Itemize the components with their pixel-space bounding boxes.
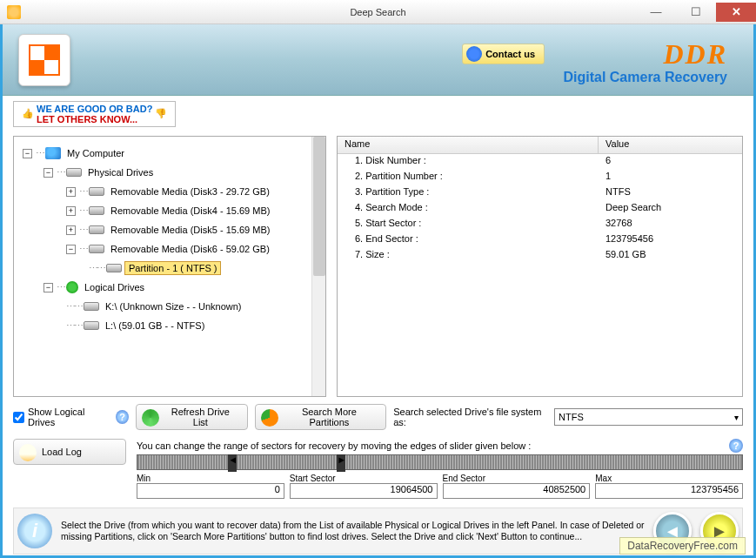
brand-text: DDR [663,38,727,71]
expand-icon[interactable]: + [66,206,76,216]
show-logical-checkbox[interactable]: Show Logical Drives [13,407,109,427]
collapse-icon[interactable]: − [43,283,53,292]
load-log-button[interactable]: Load Log [13,439,126,465]
title-bar: Deep Search — ☐ ✕ [0,0,756,24]
tree-logical-drives[interactable]: − ⋯ Logical Drives [17,278,322,297]
detail-name: 3. Partition Type : [338,185,599,201]
collapse-icon[interactable]: − [23,149,32,158]
details-header-name: Name [338,137,599,153]
detail-row: 1. Disk Number :6 [338,154,742,170]
minimize-button[interactable]: — [636,3,676,22]
drive-icon [89,187,104,196]
max-sector-field[interactable]: 123795456 [595,483,743,499]
detail-row: 2. Partition Number :1 [338,170,742,185]
contact-us-button[interactable]: Contact us [462,44,545,64]
detail-row: 6. End Sector :123795456 [338,232,742,248]
pie-chart-icon [261,409,278,427]
computer-icon [45,147,61,159]
drive-icon [89,206,104,215]
detail-value: Deep Search [599,201,742,217]
app-logo [18,34,70,86]
detail-row: 4. Search Mode :Deep Search [338,201,742,217]
details-header-value: Value [599,137,742,153]
thumbs-up-icon: 👍 [22,108,34,120]
help-icon[interactable]: ? [116,410,129,424]
tree-root[interactable]: − ⋯ My Computer [17,144,322,163]
watermark: DataRecoveryFree.com [619,537,746,555]
file-system-select[interactable]: NTFS [554,408,743,426]
drive-tree-panel: − ⋯ My Computer − ⋯ Physical Drives + ⋯ … [13,136,326,397]
expand-icon[interactable]: + [66,187,76,197]
start-sector-field[interactable]: 19064500 [290,483,438,499]
info-icon: i [17,514,52,548]
tree-scrollbar[interactable] [311,137,325,396]
brand-subtitle: Digital Camera Recovery [563,70,727,85]
expand-icon[interactable]: + [66,225,76,235]
detail-row: 3. Partition Type :NTFS [338,185,742,201]
detail-name: 7. Size : [338,248,599,264]
collapse-icon[interactable]: − [66,245,76,254]
detail-row: 7. Size :59.01 GB [338,248,742,264]
drive-icon [84,302,99,311]
partition-icon [106,264,122,272]
drive-icon [89,245,104,253]
sector-range-slider[interactable]: ◄ ► [137,454,743,470]
file-system-label: Search selected Drive's file system as: [393,407,547,427]
detail-value: 59.01 GB [599,248,742,264]
slider-hint: You can change the range of sectors for … [137,440,531,451]
details-panel: Name Value 1. Disk Number :62. Partition… [337,136,743,397]
detail-value: 6 [599,154,742,170]
detail-value: 123795456 [599,232,742,248]
min-sector-field[interactable]: 0 [137,483,284,499]
thumbs-down-icon: 👎 [155,108,167,120]
tree-logical-item[interactable]: ⋯⋯ L:\ (59.01 GB - - NTFS) [17,316,322,335]
logical-drive-icon [66,281,78,293]
tree-drive-item[interactable]: − ⋯ Removable Media (Disk6 - 59.02 GB) [17,239,322,259]
tree-physical-drives[interactable]: − ⋯ Physical Drives [17,163,322,182]
app-icon [7,5,21,19]
collapse-icon[interactable]: − [43,168,53,178]
detail-row: 5. Start Sector :32768 [338,217,742,232]
tree-drive-item[interactable]: + ⋯ Removable Media (Disk4 - 15.69 MB) [17,201,322,220]
detail-name: 6. End Sector : [338,232,599,248]
window-title: Deep Search [350,7,405,17]
detail-value: 32768 [599,217,742,232]
maximize-button[interactable]: ☐ [676,3,716,22]
close-button[interactable]: ✕ [716,3,756,22]
footer-instructions: Select the Drive (from which you want to… [61,520,645,543]
detail-name: 4. Search Mode : [338,201,599,217]
refresh-drive-list-button[interactable]: Refresh Drive List [136,404,247,430]
detail-name: 5. Start Sector : [338,217,599,232]
header-banner: Contact us DDR Digital Camera Recovery [3,24,753,96]
drive-icon [84,321,99,330]
tree-partition-selected[interactable]: ⋯⋯ Partition - 1 ( NTFS ) [17,259,322,278]
detail-value: 1 [599,170,742,185]
tree-logical-item[interactable]: ⋯⋯ K:\ (Unknown Size - - Unknown) [17,297,322,316]
drive-icon [66,168,82,177]
feedback-badge[interactable]: 👍 WE ARE GOOD OR BAD?LET OTHERS KNOW... … [13,101,176,127]
detail-value: NTFS [599,185,742,201]
detail-name: 1. Disk Number : [338,154,599,170]
tree-drive-item[interactable]: + ⋯ Removable Media (Disk5 - 15.69 MB) [17,220,322,239]
refresh-icon [142,409,159,427]
folder-icon [19,444,37,461]
slider-handle-start[interactable]: ◄ [228,454,237,472]
end-sector-field[interactable]: 40852500 [443,483,591,499]
drive-icon [89,225,104,234]
slider-handle-end[interactable]: ► [337,454,345,472]
search-more-partitions-button[interactable]: Search More Partitions [255,404,387,430]
help-icon[interactable]: ? [729,439,743,453]
tree-drive-item[interactable]: + ⋯ Removable Media (Disk3 - 29.72 GB) [17,182,322,201]
detail-name: 2. Partition Number : [338,170,599,185]
